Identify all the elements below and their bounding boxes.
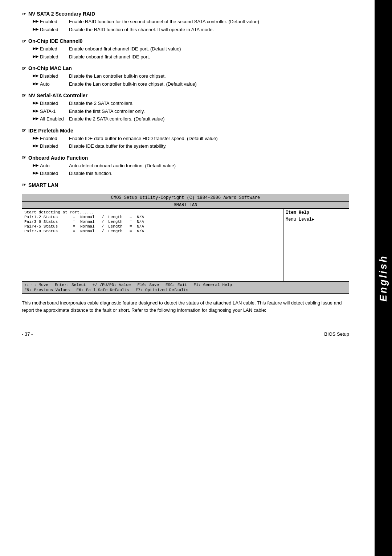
- paragraph-text: This motherboard incorporates cable diag…: [22, 299, 349, 315]
- item-row: ▶▶ SATA-1 Enable the first SATA controll…: [33, 108, 349, 115]
- section-title-smart-lan: ☞ SMART LAN: [22, 182, 349, 188]
- item-row: ▶▶ Disabled Disable this function.: [33, 170, 349, 177]
- cmos-footer-right: F5: Previous Values F6: Fail-Safe Defaul…: [24, 288, 188, 292]
- arrow-icon: ▶▶: [33, 100, 38, 107]
- arrow-icon: ▶▶: [33, 53, 38, 61]
- section-title-onboard-audio: ☞ Onboard Audio Function: [22, 155, 349, 161]
- cmos-footer-move: ↑↓→←: Move: [24, 283, 48, 287]
- arrow-icon: ▶▶: [33, 143, 38, 150]
- page-number: - 37 -: [22, 331, 33, 337]
- cmos-footer-value: +/-/PU/PD: Value: [93, 283, 131, 287]
- section-icon: ☞: [22, 128, 26, 133]
- arrow-icon: ▶▶: [33, 18, 38, 25]
- section-on-chip-mac: ☞ On-Chip MAC Lan ▶▶ Disabled Disable th…: [22, 65, 349, 87]
- cmos-data-row: Pair4-5 Status = Normal / Length = N/A: [24, 224, 281, 229]
- section-smart-lan: ☞ SMART LAN: [22, 182, 349, 188]
- page-footer: - 37 - BIOS Setup: [22, 329, 349, 337]
- cmos-help-title: Item Help: [286, 210, 347, 215]
- item-row: ▶▶ Disabled Disable onboard first channe…: [33, 53, 349, 61]
- item-row: ▶▶ Auto Enable the Lan controller built-…: [33, 81, 349, 88]
- section-icon: ☞: [22, 182, 26, 188]
- cmos-footer-esc: ESC: Exit: [166, 283, 187, 287]
- section-title-ide-prefetch: ☞ IDE Prefetch Mode: [22, 128, 349, 134]
- section-icon: ☞: [22, 155, 26, 160]
- arrow-icon: ▶▶: [33, 170, 38, 177]
- item-row: ▶▶ Enabled Enable IDE data buffer to enh…: [33, 135, 349, 142]
- cmos-title: SMART LAN: [22, 202, 349, 209]
- footer-label: BIOS Setup: [324, 331, 349, 337]
- cmos-help-menu: Menu Level▶: [286, 217, 347, 222]
- side-tab: English: [375, 0, 392, 556]
- item-row: ▶▶ Disabled Disable the RAID function of…: [33, 26, 349, 33]
- cmos-header: CMOS Setup Utility-Copyright (C) 1984-20…: [22, 194, 349, 202]
- cmos-footer-f6: F6: Fail-Safe Defaults: [76, 288, 129, 292]
- section-icon: ☞: [22, 66, 26, 71]
- section-title-on-chip-mac: ☞ On-Chip MAC Lan: [22, 65, 349, 71]
- side-tab-label: English: [377, 254, 389, 301]
- cmos-footer-save: F10: Save: [137, 283, 159, 287]
- item-row: ▶▶ Auto Auto-detect onboard audio functi…: [33, 162, 349, 169]
- cmos-footer-f7: F7: Optimized Defaults: [136, 288, 188, 292]
- arrow-icon: ▶▶: [33, 115, 38, 123]
- arrow-icon: ▶▶: [33, 135, 38, 142]
- section-nv-sata-2: ☞ NV SATA 2 Secondary RAID ▶▶ Enabled En…: [22, 11, 349, 33]
- section-ide-prefetch: ☞ IDE Prefetch Mode ▶▶ Enabled Enable ID…: [22, 128, 349, 150]
- cmos-footer: ↑↓→←: Move Enter: Select +/-/PU/PD: Valu…: [22, 281, 349, 293]
- section-title-on-chip-ide: ☞ On-Chip IDE Channel0: [22, 38, 349, 44]
- item-row: ▶▶ Enabled Enable RAID function for the …: [33, 18, 349, 25]
- section-on-chip-ide: ☞ On-Chip IDE Channel0 ▶▶ Enabled Enable…: [22, 38, 349, 60]
- cmos-pair-label: Pair1-2 Status: [24, 215, 72, 219]
- arrow-icon: ▶▶: [33, 162, 38, 169]
- cmos-main: Start detecting at Port...... Pair1-2 St…: [22, 209, 283, 281]
- section-icon: ☞: [22, 11, 26, 17]
- arrow-icon: ▶▶: [33, 26, 38, 33]
- cmos-footer-left: ↑↓→←: Move Enter: Select +/-/PU/PD: Valu…: [24, 283, 232, 287]
- item-row: ▶▶ Disabled Disable the Lan controller b…: [33, 73, 349, 80]
- arrow-icon: ▶▶: [33, 81, 38, 88]
- cmos-footer-enter: Enter: Select: [55, 283, 86, 287]
- section-icon: ☞: [22, 38, 26, 44]
- section-nv-serial-ata: ☞ NV Serial-ATA Controller ▶▶ Disabled D…: [22, 93, 349, 123]
- item-row: ▶▶ Disabled Disable IDE data buffer for …: [33, 143, 349, 150]
- section-title-nv-serial-ata: ☞ NV Serial-ATA Controller: [22, 93, 349, 98]
- cmos-data-row: Pair1-2 Status = Normal / Length = N/A: [24, 215, 281, 219]
- cmos-detect-label: Start detecting at Port......: [24, 210, 94, 214]
- item-row: ▶▶ All Enabled Enable the 2 SATA control…: [33, 115, 349, 123]
- section-icon: ☞: [22, 93, 26, 98]
- cmos-sidebar: Item Help Menu Level▶: [283, 209, 349, 281]
- section-onboard-audio: ☞ Onboard Audio Function ▶▶ Auto Auto-de…: [22, 155, 349, 177]
- cmos-table: CMOS Setup Utility-Copyright (C) 1984-20…: [22, 194, 349, 294]
- main-content: ☞ NV SATA 2 Secondary RAID ▶▶ Enabled En…: [0, 0, 375, 556]
- cmos-detect-row: Start detecting at Port......: [24, 210, 281, 214]
- cmos-body: Start detecting at Port...... Pair1-2 St…: [22, 209, 349, 281]
- arrow-icon: ▶▶: [33, 73, 38, 80]
- cmos-footer-f1: F1: General Help: [193, 283, 232, 287]
- cmos-footer-f5: F5: Previous Values: [24, 288, 70, 292]
- arrow-icon: ▶▶: [33, 45, 38, 53]
- item-row: ▶▶ Enabled Enable onboard first channel …: [33, 45, 349, 53]
- cmos-data-row: Pair3-6 Status = Normal / Length = N/A: [24, 220, 281, 224]
- cmos-data-row: Pair7-8 Status = Normal / Length = N/A: [24, 229, 281, 233]
- item-row: ▶▶ Disabled Disable the 2 SATA controlle…: [33, 100, 349, 107]
- arrow-icon: ▶▶: [33, 108, 38, 115]
- section-title-nv-sata-2: ☞ NV SATA 2 Secondary RAID: [22, 11, 349, 17]
